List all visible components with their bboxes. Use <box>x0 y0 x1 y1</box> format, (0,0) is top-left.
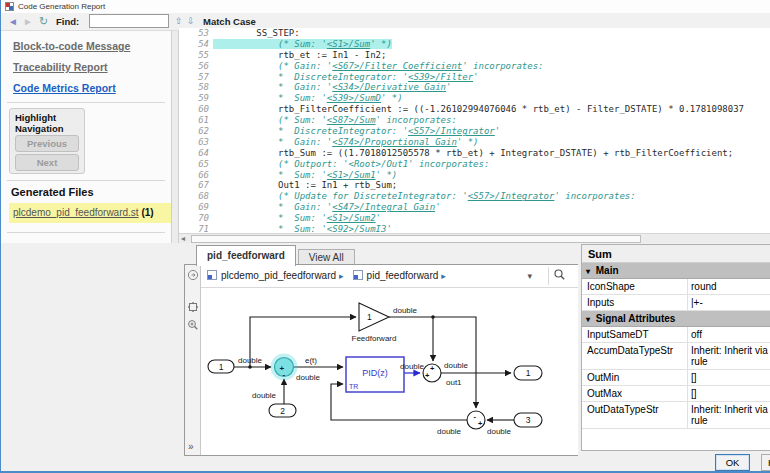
code-link[interactable]: <S47>/Integral Gain <box>332 202 435 212</box>
code-link[interactable]: <S1>/Sum2 <box>327 213 376 223</box>
zoom-in-icon[interactable] <box>187 319 199 331</box>
code-link[interactable]: <S74>/Proportional Gain <box>332 137 457 147</box>
previous-button[interactable]: Previous <box>15 135 79 152</box>
line-number: 60 <box>179 104 213 115</box>
code-link[interactable]: <S67>/Filter Coefficient <box>332 61 462 71</box>
code-link[interactable]: <S39>/SumD <box>327 93 381 103</box>
property-value[interactable]: Inherit: Inherit via internal rule <box>688 343 770 369</box>
tab-pid-feedforward[interactable]: pid_feedforward <box>196 245 296 266</box>
property-row: IconShaperound <box>582 279 770 295</box>
code-line: 56 (* Gain: '<S67>/Filter Coefficient' i… <box>179 61 770 72</box>
breadcrumb-item[interactable]: pid_feedforward <box>367 270 439 281</box>
property-value[interactable]: round <box>688 279 770 294</box>
outport-1-block[interactable]: 1 <box>514 366 542 380</box>
fit-to-view-icon[interactable] <box>187 301 199 313</box>
code-comment: ' <box>435 202 440 212</box>
property-value[interactable]: Inherit: Inherit via internal rule <box>688 402 770 428</box>
code-comment: * Sum: ' <box>278 224 327 233</box>
breadcrumb-separator-icon[interactable]: ▸ <box>339 271 344 281</box>
signal-type-label: double <box>296 373 321 382</box>
code-text: (* Update for DiscreteIntegrator: '<S57>… <box>213 191 636 201</box>
inport-2-block[interactable]: 2 <box>269 404 296 417</box>
sum-feedback-block[interactable]: - + <box>467 411 485 429</box>
generated-file-item[interactable]: plcdemo_pid_feedforward.st (1) <box>9 203 171 223</box>
code-line: 55 rtb_et := In1 - In2; <box>179 50 770 61</box>
code-link[interactable]: <S1>/Sum <box>327 39 370 49</box>
sidebar-link[interactable]: Traceability Report <box>13 61 171 73</box>
navigate-back-icon[interactable] <box>187 269 199 281</box>
breadcrumb-item[interactable]: plcdemo_pid_feedforward <box>221 270 336 281</box>
line-number: 58 <box>179 82 213 93</box>
code-comment: ' <box>446 82 451 92</box>
line-number: 70 <box>179 213 213 224</box>
code-link[interactable]: <S1>/Sum1 <box>327 170 376 180</box>
wire-junction <box>431 315 435 319</box>
code-comment: ' *) <box>376 170 398 180</box>
next-button[interactable]: Next <box>15 154 79 171</box>
divider <box>7 180 165 181</box>
inport-1-block[interactable]: 1 <box>208 360 234 373</box>
forward-icon[interactable]: ► <box>23 14 33 29</box>
code-comment: ' incorporates: <box>376 115 457 125</box>
sidebar-link[interactable]: Code Metrics Report <box>13 82 171 94</box>
code-line: 69 * Gain: '<S47>/Integral Gain' <box>179 202 770 213</box>
line-number: 62 <box>179 126 213 137</box>
model-diagram: 1 2 3 1 <box>201 288 578 455</box>
code-line: 71 * Sum: '<S92>/SumI3' <box>179 224 770 233</box>
generated-file-link[interactable]: plcdemo_pid_feedforward.st <box>13 207 139 218</box>
code-link[interactable]: <S34>/Derivative Gain <box>332 82 446 92</box>
find-input[interactable] <box>89 14 169 28</box>
find-next-icon[interactable]: ⇩ <box>187 14 195 29</box>
match-case-toggle[interactable]: Match Case <box>203 16 256 27</box>
search-icon[interactable] <box>548 267 570 285</box>
line-number: 55 <box>179 50 213 61</box>
ok-button[interactable]: OK <box>715 454 750 471</box>
scrollbar-thumb[interactable] <box>191 235 641 243</box>
code-link[interactable]: <S39>/Filter <box>408 72 473 82</box>
svg-text:2: 2 <box>280 406 285 416</box>
property-value[interactable]: off <box>688 327 770 342</box>
sum-out1-block[interactable]: + + <box>423 364 441 382</box>
horizontal-scrollbar[interactable]: ◂ <box>179 233 770 243</box>
collapse-triangle-icon[interactable]: ▾ <box>586 315 590 324</box>
refresh-icon[interactable]: ↻ <box>39 14 48 29</box>
code-line: 54 (* Sum: '<S1>/Sum' *) <box>179 39 770 50</box>
code-link[interactable]: <S87>/Sum <box>327 115 376 125</box>
help-button[interactable]: Help <box>761 454 770 471</box>
code-comment: ' incorporates: <box>462 61 543 71</box>
sidebar-link[interactable]: Block-to-code Message <box>13 40 171 52</box>
property-value[interactable]: |+- <box>688 295 770 310</box>
sum-block-selected[interactable]: + - <box>271 354 298 381</box>
back-icon[interactable]: ◄ <box>8 14 18 29</box>
code-statement: rtb_FilterCoefficient := ((-1.2610299407… <box>278 104 744 114</box>
property-value[interactable]: [] <box>688 386 770 401</box>
signal-type-label: double <box>444 361 469 370</box>
expand-toolbar-icon[interactable]: » <box>188 441 194 452</box>
pid-controller-block[interactable]: PID(z) TR <box>346 357 404 392</box>
app-icon <box>5 2 14 11</box>
breadcrumb-dropdown-icon[interactable]: ▾ <box>527 271 532 281</box>
property-row: Inputs|+- <box>582 295 770 311</box>
property-panel-title: Sum <box>582 245 770 263</box>
code-link[interactable]: <S92>/SumI3 <box>327 224 387 233</box>
property-section-header[interactable]: ▾ Main <box>582 263 770 279</box>
code-line: 68 (* Update for DiscreteIntegrator: '<S… <box>179 191 770 202</box>
code-line: 60 rtb_FilterCoefficient := ((-1.2610299… <box>179 104 770 115</box>
inport-3-block[interactable]: 3 <box>514 413 542 427</box>
code-comment: ' <box>495 126 500 136</box>
code-comment: (* Outport: '<Root>/Out1' incorporates: <box>278 159 489 169</box>
code-link[interactable]: <S57>/Integrator <box>468 191 555 201</box>
code-line: 62 * DiscreteIntegrator: '<S57>/Integrat… <box>179 126 770 137</box>
code-comment: * Gain: ' <box>278 82 332 92</box>
pane-splitter[interactable] <box>171 31 179 243</box>
divider <box>7 232 165 233</box>
code-line: 67 Out1 := In1 + rtb_Sum; <box>179 180 770 191</box>
gain-feedforward-block[interactable]: 1 Feedforward <box>352 303 397 343</box>
property-value[interactable]: [] <box>688 370 770 385</box>
find-previous-icon[interactable]: ⇧ <box>175 14 183 29</box>
collapse-triangle-icon[interactable]: ▾ <box>586 267 590 276</box>
breadcrumb-separator-icon[interactable]: ▸ <box>441 271 446 281</box>
property-section-header[interactable]: ▾ Signal Attributes <box>582 311 770 327</box>
property-row: OutMax[] <box>582 386 770 402</box>
code-link[interactable]: <S57>/Integrator <box>408 126 495 136</box>
